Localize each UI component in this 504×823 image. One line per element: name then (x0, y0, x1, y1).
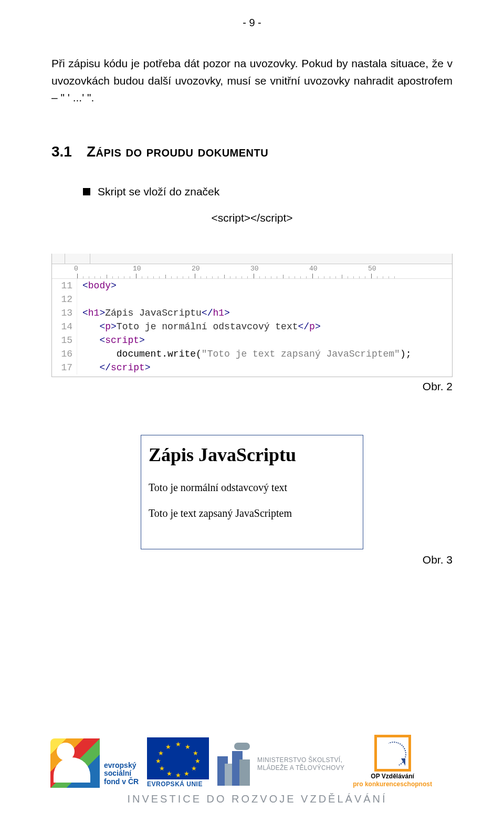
msmt-text: MINISTERSTVO ŠKOLSTVÍ, MLÁDEŽE A TĚLOVÝC… (257, 756, 344, 772)
square-bullet-icon (83, 188, 90, 195)
editor-tab-bar (52, 254, 452, 264)
eu-logo: ★ ★ ★ ★ ★ ★ ★ ★ ★ ★ ★ ★ EVROPSKÁ UNIE (147, 737, 209, 788)
inline-code-snippet: <script></script> (51, 212, 453, 224)
esf-text: evropský sociální fond v ČR (104, 762, 139, 788)
editor-ruler: 0 10 20 30 40 50 (52, 264, 452, 279)
opvk-logo-icon (374, 735, 411, 772)
eu-text: EVROPSKÁ UNIE (147, 780, 209, 788)
output-heading: Zápis JavaScriptu (149, 444, 355, 466)
editor-gutter: 11 12 13 14 15 16 17 (52, 279, 77, 374)
output-paragraph-1: Toto je normální odstavcový text (149, 482, 355, 494)
intro-paragraph: Při zápisu kódu je potřeba dát pozor na … (51, 55, 453, 107)
figure-3-caption: Obr. 3 (51, 554, 453, 566)
footer-tagline: INVESTICE DO ROZVOJE VZDĚLÁVÁNÍ (50, 793, 464, 805)
section-heading: 3.1 Zápis do proudu dokumentu (51, 143, 453, 160)
msmt-logo: MINISTERSTVO ŠKOLSTVÍ, MLÁDEŽE A TĚLOVÝC… (217, 743, 344, 788)
bullet-item: Skript se vloží do značek (83, 185, 453, 198)
editor-code: <body> <h1>Zápis JavaScriptu</h1> <p>Tot… (77, 279, 412, 374)
figure-2-caption: Obr. 2 (51, 380, 453, 393)
section-title: Zápis do proudu dokumentu (87, 143, 268, 160)
output-paragraph-2: Toto je text zapsaný JavaScriptem (149, 507, 355, 519)
opvk-text: OP Vzdělávání pro konkurenceschopnost (353, 773, 432, 788)
page-number: - 9 - (51, 0, 453, 55)
msmt-logo-icon (217, 743, 252, 786)
esf-logo-icon (50, 738, 100, 788)
eu-flag-icon: ★ ★ ★ ★ ★ ★ ★ ★ ★ ★ ★ ★ (147, 737, 209, 779)
code-editor-figure: 0 10 20 30 40 50 11 12 13 14 15 16 17 < (51, 254, 453, 377)
browser-output-figure: Zápis JavaScriptu Toto je normální odsta… (141, 435, 363, 549)
section-number: 3.1 (51, 143, 72, 160)
footer-logos: evropský sociální fond v ČR ★ ★ ★ ★ ★ ★ … (50, 735, 464, 805)
bullet-text: Skript se vloží do značek (98, 185, 219, 198)
opvk-logo: OP Vzdělávání pro konkurenceschopnost (353, 735, 432, 788)
